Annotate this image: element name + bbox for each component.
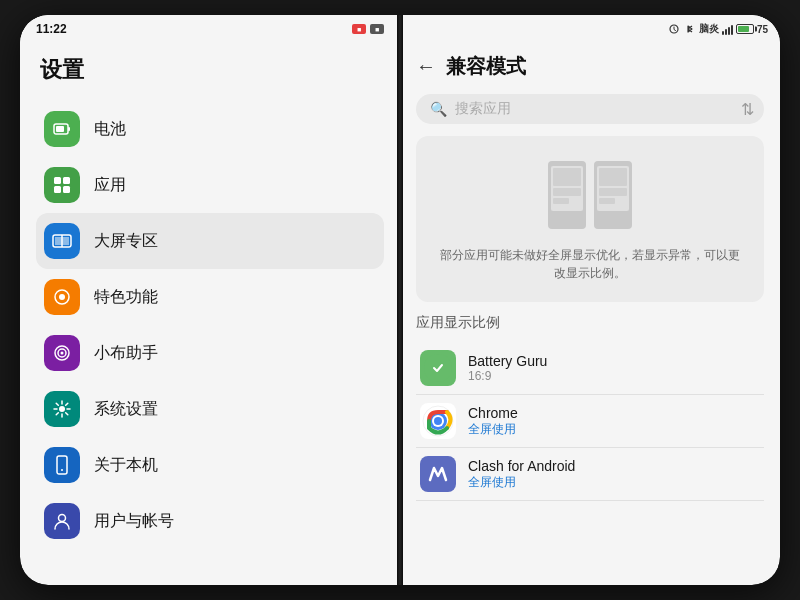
battery-indicator [736, 24, 754, 34]
signal-bars [722, 23, 733, 35]
svg-rect-3 [54, 177, 61, 184]
about-label: 关于本机 [94, 455, 158, 476]
svg-rect-16 [57, 456, 67, 474]
status-bar-right: 脑炎 75 [400, 15, 780, 43]
features-label: 特色功能 [94, 287, 158, 308]
svg-point-18 [59, 515, 66, 522]
right-panel: 脑炎 75 ← 兼容模式 🔍 [400, 15, 780, 585]
status-bar-left: 11:22 ■ ■ [20, 15, 400, 43]
device-frame: 11:22 ■ ■ 设置 电池 [20, 15, 780, 585]
svg-rect-24 [553, 198, 569, 204]
settings-item-large-screen[interactable]: 大屏专区 [36, 213, 384, 269]
svg-rect-6 [63, 186, 70, 193]
app-item-chrome[interactable]: Chrome 全屏使用 [416, 395, 764, 448]
svg-rect-5 [54, 186, 61, 193]
system-icon-bg [44, 391, 80, 427]
svg-rect-28 [599, 188, 627, 196]
page-title: 兼容模式 [446, 53, 526, 80]
svg-rect-27 [599, 168, 627, 186]
fold-line [397, 15, 403, 585]
notification-icon: ■ [352, 24, 366, 34]
battery-guru-name: Battery Guru [468, 353, 760, 369]
back-button[interactable]: ← [416, 55, 436, 78]
search-icon: 🔍 [430, 101, 447, 117]
svg-point-30 [424, 354, 452, 382]
chrome-info: Chrome 全屏使用 [468, 405, 760, 438]
clash-icon [420, 456, 456, 492]
settings-item-battery[interactable]: 电池 [36, 101, 384, 157]
apps-icon-bg [44, 167, 80, 203]
settings-content: 设置 电池 [20, 43, 400, 585]
search-wrapper: 🔍 搜索应用 ⇅ [416, 94, 764, 124]
search-placeholder: 搜索应用 [455, 100, 511, 118]
about-icon-bg [44, 447, 80, 483]
svg-rect-22 [553, 168, 581, 186]
account-label: 用户与帐号 [94, 511, 174, 532]
left-status-icons: ■ ■ [352, 24, 384, 34]
right-status-icons: 脑炎 75 [667, 22, 768, 36]
large-screen-icon-bg [44, 223, 80, 259]
battery-guru-info: Battery Guru 16:9 [468, 353, 760, 383]
settings-item-about[interactable]: 关于本机 [36, 437, 384, 493]
alarm-icon [667, 23, 681, 35]
svg-rect-2 [68, 127, 70, 131]
illustration-container: 部分应用可能未做好全屏显示优化，若显示异常，可以更改显示比例。 [416, 136, 764, 302]
search-bar[interactable]: 🔍 搜索应用 [416, 94, 764, 124]
features-icon-bg [44, 279, 80, 315]
notification-icon2: ■ [370, 24, 384, 34]
sort-icon[interactable]: ⇅ [741, 100, 754, 119]
battery-guru-icon [420, 350, 456, 386]
phone-illustration [540, 156, 640, 236]
clash-name: Clash for Android [468, 458, 760, 474]
svg-point-34 [434, 417, 442, 425]
clash-sub: 全屏使用 [468, 474, 760, 491]
settings-item-system[interactable]: 系统设置 [36, 381, 384, 437]
bluetooth-icon [684, 23, 696, 35]
svg-point-15 [59, 406, 65, 412]
settings-title: 设置 [36, 55, 384, 85]
app-item-battery-guru[interactable]: Battery Guru 16:9 [416, 342, 764, 395]
assistant-icon-bg [44, 335, 80, 371]
svg-rect-29 [599, 198, 615, 204]
settings-item-account[interactable]: 用户与帐号 [36, 493, 384, 549]
svg-point-11 [59, 294, 65, 300]
svg-rect-1 [56, 126, 64, 132]
chrome-name: Chrome [468, 405, 760, 421]
battery-percent: 75 [757, 24, 768, 35]
large-screen-label: 大屏专区 [94, 231, 158, 252]
settings-item-assistant[interactable]: 小布助手 [36, 325, 384, 381]
svg-point-14 [61, 352, 64, 355]
illustration-text: 部分应用可能未做好全屏显示优化，若显示异常，可以更改显示比例。 [436, 246, 744, 282]
time: 11:22 [36, 22, 67, 36]
battery-guru-sub: 16:9 [468, 369, 760, 383]
svg-rect-23 [553, 188, 581, 196]
right-content: ← 兼容模式 🔍 搜索应用 ⇅ [400, 43, 780, 585]
system-label: 系统设置 [94, 399, 158, 420]
section-label: 应用显示比例 [416, 314, 764, 332]
svg-point-17 [61, 469, 63, 471]
signal-text: 脑炎 [699, 22, 719, 36]
page-header: ← 兼容模式 [416, 53, 764, 80]
app-item-clash[interactable]: Clash for Android 全屏使用 [416, 448, 764, 501]
clash-info: Clash for Android 全屏使用 [468, 458, 760, 491]
settings-item-apps[interactable]: 应用 [36, 157, 384, 213]
chrome-icon [420, 403, 456, 439]
account-icon-bg [44, 503, 80, 539]
apps-label: 应用 [94, 175, 126, 196]
assistant-label: 小布助手 [94, 343, 158, 364]
battery-icon-bg [44, 111, 80, 147]
battery-label: 电池 [94, 119, 126, 140]
chrome-sub: 全屏使用 [468, 421, 760, 438]
left-panel: 11:22 ■ ■ 设置 电池 [20, 15, 400, 585]
settings-item-features[interactable]: 特色功能 [36, 269, 384, 325]
svg-rect-4 [63, 177, 70, 184]
